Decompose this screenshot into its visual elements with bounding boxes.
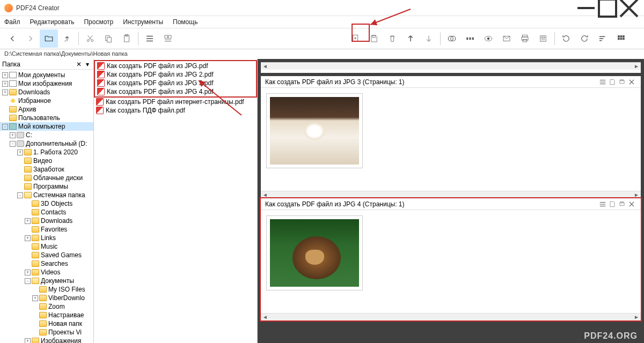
tree-item[interactable]: Проекты Vi xyxy=(0,328,93,337)
paste-button[interactable] xyxy=(118,29,136,48)
watermark: PDF24.ORG xyxy=(584,331,638,341)
menu-edit[interactable]: Редактировать xyxy=(30,18,75,26)
tree-item[interactable]: My ISO Files xyxy=(0,285,93,294)
split-button[interactable] xyxy=(461,29,479,48)
view-list-button[interactable] xyxy=(141,29,159,48)
save-button[interactable] xyxy=(365,29,383,48)
tree-item[interactable]: Zoom xyxy=(0,302,93,311)
rotate-left-button[interactable] xyxy=(557,29,575,48)
back-button[interactable] xyxy=(3,29,21,48)
tree-item[interactable]: +Links xyxy=(0,234,93,242)
email-button[interactable] xyxy=(497,29,516,48)
document-panel[interactable]: Как создать PDF файл из JPG 3 (Страницы:… xyxy=(261,76,641,198)
minimize-button[interactable] xyxy=(575,1,597,16)
tree-item[interactable]: Contacts xyxy=(0,208,93,217)
file-item[interactable]: Как создать ПДФ файл.pdf xyxy=(94,106,257,115)
close-button[interactable] xyxy=(618,1,640,16)
tree-item[interactable]: Избранное xyxy=(0,96,93,105)
folder-icon xyxy=(24,158,32,164)
tree-item[interactable]: +Downloads xyxy=(0,88,93,96)
doc-close-icon[interactable] xyxy=(627,200,636,208)
tree-item[interactable]: Видео xyxy=(0,156,93,165)
tree-item[interactable]: Заработок xyxy=(0,165,93,174)
document-panel[interactable]: Как создать PDF файл из JPG 4 (Страницы:… xyxy=(261,198,641,320)
tree-item[interactable]: +C: xyxy=(0,131,93,139)
sort-button[interactable] xyxy=(594,29,612,48)
view-detail-button[interactable] xyxy=(159,29,177,48)
page-thumbnail[interactable] xyxy=(266,215,363,290)
tree-item-label: Downloads xyxy=(18,88,50,96)
tree-item-label: Облачные диски xyxy=(33,174,83,182)
tree-item[interactable]: +Изображения xyxy=(0,337,93,343)
scroll-left-icon[interactable]: ◄ xyxy=(261,63,269,69)
tree-item[interactable]: -Дополнительный (D: xyxy=(0,139,93,148)
file-item[interactable]: Как создать PDF файл интернет-страницы.p… xyxy=(94,98,257,106)
forward-button[interactable] xyxy=(21,29,40,48)
move-down-button[interactable] xyxy=(420,29,438,48)
menu-file[interactable]: Файл xyxy=(4,18,20,26)
tree-item[interactable]: Программы xyxy=(0,182,93,191)
print-button[interactable] xyxy=(516,29,534,48)
file-item[interactable]: Как создать PDF файл из JPG 3.pdf xyxy=(95,79,256,87)
tree-item[interactable]: +1. Работа 2020 xyxy=(0,148,93,156)
up-button[interactable] xyxy=(58,29,76,48)
tree-item[interactable]: +Downloads xyxy=(0,217,93,225)
tree-item[interactable]: +ViberDownlo xyxy=(0,294,93,302)
folder-tree[interactable]: +Мои документы+Мои изображения+Downloads… xyxy=(0,70,93,343)
tree-item[interactable]: Favorites xyxy=(0,225,93,234)
doc-close-icon[interactable] xyxy=(627,78,636,86)
new-doc-button[interactable] xyxy=(347,29,365,48)
tree-item[interactable]: Настраивае xyxy=(0,311,93,319)
preview-button[interactable] xyxy=(479,29,497,48)
doc-menu-icon[interactable] xyxy=(598,78,608,86)
folder-icon xyxy=(24,192,32,198)
scroll-right-icon[interactable]: ► xyxy=(632,63,641,69)
doc-print-icon[interactable] xyxy=(617,78,627,86)
tree-item[interactable]: Архив xyxy=(0,105,93,114)
folder-icon xyxy=(39,312,47,318)
tree-close-icon[interactable]: ✕ xyxy=(74,61,84,68)
copy-button[interactable] xyxy=(99,29,118,48)
tree-item[interactable]: -Системная папка xyxy=(0,191,93,199)
folder-icon xyxy=(32,243,39,250)
maximize-button[interactable] xyxy=(597,1,618,16)
file-item[interactable]: Как создать PDF файл из JPG 2.pdf xyxy=(95,70,256,79)
file-name: Как создать ПДФ файл.pdf xyxy=(106,107,185,114)
doc-save-icon[interactable] xyxy=(608,78,617,86)
doc-save-icon[interactable] xyxy=(608,200,617,208)
file-item[interactable]: Как создать PDF файл из JPG.pdf xyxy=(95,62,256,70)
cut-button[interactable] xyxy=(81,29,99,48)
doc-print-icon[interactable] xyxy=(617,200,627,208)
tree-item[interactable]: Пользователь xyxy=(0,114,93,122)
svg-rect-0 xyxy=(599,0,616,17)
page-thumbnail[interactable] xyxy=(266,93,363,168)
file-item[interactable]: Как создать PDF файл из JPG 4.pdf xyxy=(95,87,256,96)
tree-item[interactable]: -Мой компьютер xyxy=(0,122,93,131)
tree-item[interactable]: +Мои документы xyxy=(0,71,93,79)
tree-item[interactable]: 3D Objects xyxy=(0,199,93,208)
document-scrollbar[interactable]: ◄► xyxy=(261,313,641,320)
menu-help[interactable]: Помощь xyxy=(173,18,197,26)
tree-item[interactable]: Searches xyxy=(0,259,93,268)
tree-item[interactable]: Новая папк xyxy=(0,319,93,328)
tree-item[interactable]: Saved Games xyxy=(0,251,93,259)
tree-item[interactable]: Music xyxy=(0,242,93,251)
tree-item[interactable]: Облачные диски xyxy=(0,174,93,182)
document-scrollbar[interactable]: ◄► xyxy=(261,191,641,198)
tree-item[interactable]: +Videos xyxy=(0,268,93,277)
folder-button[interactable] xyxy=(40,29,58,48)
svg-rect-34 xyxy=(621,79,624,80)
tree-item-label: Избранное xyxy=(18,97,51,105)
move-up-button[interactable] xyxy=(401,29,420,48)
merge-button[interactable] xyxy=(443,29,461,48)
grid-button[interactable] xyxy=(612,29,630,48)
delete-button[interactable] xyxy=(383,29,401,48)
doc-menu-icon[interactable] xyxy=(598,200,608,208)
fax-button[interactable] xyxy=(534,29,552,48)
tree-dropdown-icon[interactable]: ▾ xyxy=(84,61,91,68)
menu-tools[interactable]: Инструменты xyxy=(123,18,163,26)
menu-view[interactable]: Просмотр xyxy=(84,18,113,26)
rotate-right-button[interactable] xyxy=(575,29,594,48)
tree-item[interactable]: -Документы xyxy=(0,277,93,285)
tree-item[interactable]: +Мои изображения xyxy=(0,79,93,88)
